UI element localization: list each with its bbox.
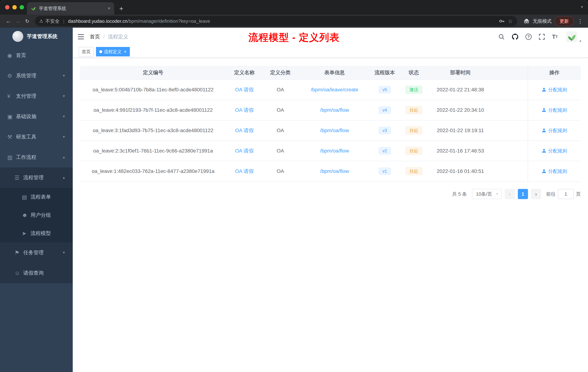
avatar-image (566, 31, 577, 42)
goto-page: 前往 页 (546, 189, 581, 199)
sidebar-item-system-management[interactable]: ⚙系统管理▼ (0, 66, 73, 86)
sidebar-item-dev-tools[interactable]: ⚒研发工具▼ (0, 127, 73, 147)
cell-deploy-time: 2022-01-22 19:19:11 (429, 128, 492, 133)
cell-definition-id: oa_leave:4:991f2193-7b7f-11ec-a3c8-acde4… (80, 107, 226, 113)
assign-rule-link[interactable]: 分配规则 (528, 100, 581, 120)
font-size-icon[interactable]: TT (552, 34, 558, 40)
github-icon[interactable] (512, 33, 519, 40)
warning-icon: ⚠ (39, 19, 43, 24)
chevron-down-icon: ▼ (62, 94, 65, 98)
user-avatar[interactable]: ▼ (566, 31, 577, 42)
definition-name-link[interactable]: OA 请假 (226, 147, 262, 154)
sidebar-item-process-form[interactable]: ▤流程表单 (0, 188, 73, 206)
help-icon[interactable]: ? (525, 34, 532, 40)
table-row: oa_leave:5:004b710b-7b8a-11ec-8ef0-acde4… (80, 80, 581, 100)
sidebar-item-label: 任务管理 (23, 249, 62, 256)
chevron-down-icon: ▼ (62, 251, 65, 255)
tab-title: 芋道管理系统 (39, 5, 105, 11)
security-warning[interactable]: ⚠ 不安全 (39, 18, 60, 24)
sidebar-item-task-management[interactable]: ⚑任务管理▼ (0, 242, 73, 263)
cell-category: OA (262, 128, 298, 133)
sidebar-item-user-group[interactable]: ☻用户分组 (0, 206, 73, 224)
address-bar[interactable]: ⚠ 不安全 | dashboard.yudao.iocoder.cn/bpm/m… (35, 16, 517, 26)
tab-search-chevron-icon[interactable]: ▾ (581, 5, 583, 9)
definition-name-link[interactable]: OA 请假 (226, 86, 262, 93)
sidebar-item-label: 支付管理 (16, 93, 62, 99)
cell-deploy-time: 2022-01-22 20:34:10 (429, 107, 492, 113)
password-key-icon[interactable] (499, 18, 505, 24)
app-logo[interactable]: 芋道管理系统 (0, 28, 73, 45)
sidebar-item-process-management[interactable]: ☰流程管理▲ (0, 167, 73, 188)
monitor-icon: ▣ (7, 113, 16, 120)
next-page-button[interactable]: › (531, 189, 541, 199)
maximize-window-button[interactable] (20, 5, 24, 10)
paper-plane-icon: ➤ (22, 230, 31, 237)
sidebar-item-label: 基础设施 (16, 113, 62, 120)
form-link[interactable]: /bpm/oa/flow (298, 168, 371, 174)
user-icon (542, 149, 546, 153)
form-link[interactable]: /bpm/oa/flow (298, 148, 371, 154)
sidebar-item-process-model[interactable]: ➤流程模型 (0, 224, 73, 242)
status-badge: 挂起 (399, 147, 429, 155)
page-number-current[interactable]: 1 (518, 189, 528, 199)
chevron-down-icon: ▼ (62, 135, 65, 139)
sidebar-item-label: 研发工具 (16, 133, 62, 140)
cell-deploy-time: 2022-01-16 01:40:51 (429, 168, 492, 174)
sidebar-item-home[interactable]: ◉首页 (0, 45, 73, 66)
sidebar-item-label: 流程模型 (31, 230, 65, 237)
breadcrumb: 首页 / 流程定义 (90, 33, 128, 40)
definition-name-link[interactable]: OA 请假 (226, 107, 262, 114)
assign-rule-link[interactable]: 分配规则 (528, 80, 581, 100)
tag-item[interactable]: 首页 (79, 47, 94, 56)
assign-rule-link[interactable]: 分配规则 (528, 120, 581, 141)
definition-name-link[interactable]: OA 请假 (226, 127, 262, 134)
url-text: dashboard.yudao.iocoder.cn/bpm/manager/d… (68, 18, 496, 24)
sidebar-toggle-icon[interactable] (78, 34, 84, 40)
breadcrumb-home[interactable]: 首页 (90, 33, 100, 40)
tag-active[interactable]: 流程定义× (96, 47, 130, 56)
definition-name-link[interactable]: OA 请假 (226, 168, 262, 175)
back-button[interactable]: ← (4, 18, 13, 24)
forward-button[interactable]: → (13, 18, 22, 24)
user-icon (542, 108, 546, 112)
form-link[interactable]: /bpm/oa/flow (298, 107, 371, 113)
status-badge: 挂起 (399, 127, 429, 134)
cell-deploy-time: 2022-01-16 17:46:53 (429, 148, 492, 154)
fullscreen-icon[interactable] (538, 33, 545, 40)
new-tab-button[interactable]: + (119, 5, 123, 12)
page-size-select[interactable]: 10条/页 ▼ (472, 189, 502, 199)
assign-rule-link[interactable]: 分配规则 (528, 141, 581, 161)
chrome-update-button[interactable]: 更新 (555, 16, 574, 26)
sidebar-item-label: 首页 (16, 52, 65, 59)
page-size-value: 10条/页 (476, 191, 492, 197)
assign-rule-link[interactable]: 分配规则 (528, 161, 581, 181)
prev-page-button[interactable]: ‹ (505, 189, 515, 199)
sidebar-item-workflow[interactable]: ▥工作流程▲ (0, 147, 73, 167)
site-favicon (31, 6, 36, 11)
chevron-down-icon[interactable]: ▼ (579, 40, 582, 43)
sidebar-item-leave-query[interactable]: ☺请假查询 (0, 263, 73, 283)
tab-close-icon[interactable]: × (108, 5, 111, 11)
goto-page-input[interactable] (558, 189, 574, 199)
close-icon[interactable]: × (124, 49, 126, 54)
bookmark-star-icon[interactable]: ☆ (508, 18, 513, 24)
gear-icon: ⚙ (7, 73, 16, 79)
sidebar-item-payment-management[interactable]: ¥支付管理▼ (0, 86, 73, 106)
form-link[interactable]: /bpm/oa/leave/create (298, 87, 371, 93)
table-row: oa_leave:3:1fad3d93-7b75-11ec-a3c8-acde4… (80, 120, 581, 141)
form-link[interactable]: /bpm/oa/flow (298, 128, 371, 133)
reload-button[interactable]: ↻ (22, 18, 32, 24)
browser-tab[interactable]: 芋道管理系统 × (27, 2, 114, 15)
minimize-window-button[interactable] (12, 5, 17, 10)
close-window-button[interactable] (5, 5, 10, 10)
browser-menu-icon[interactable]: ⋮ (578, 18, 583, 24)
version-badge: v4 (371, 107, 399, 114)
definition-table: 定义编号定义名称定义分类表单信息流程版本状态部署时间操作 oa_leave:5:… (80, 66, 581, 182)
search-icon[interactable] (498, 33, 505, 40)
cell-category: OA (262, 148, 298, 154)
user-icon (542, 128, 546, 133)
user-icon: ☺ (15, 270, 23, 276)
browser-tab-strip: 芋道管理系统 × + ▾ (0, 0, 588, 15)
sidebar-item-infrastructure[interactable]: ▣基础设施▼ (0, 106, 73, 127)
table-body: oa_leave:5:004b710b-7b8a-11ec-8ef0-acde4… (80, 80, 581, 182)
